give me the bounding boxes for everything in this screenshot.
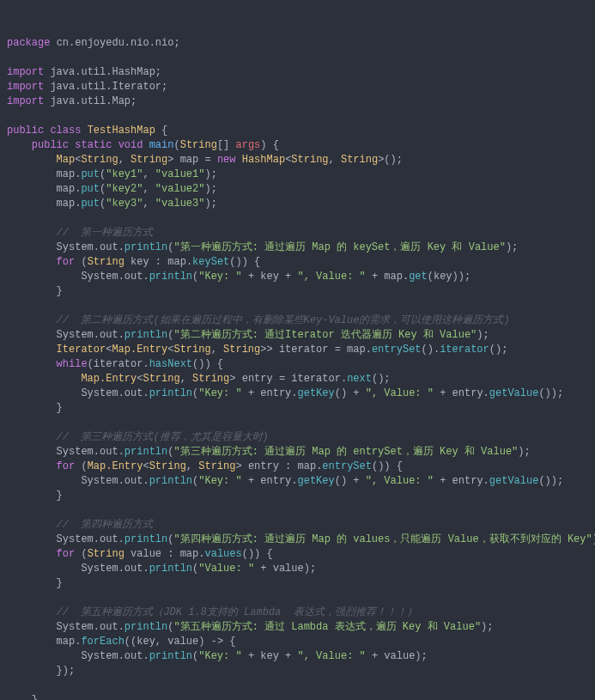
println-method: println — [149, 650, 192, 662]
key-var: key — [131, 256, 149, 268]
entry-var: entry — [452, 387, 483, 399]
map-var: map — [167, 256, 186, 268]
new-keyword: new — [217, 154, 236, 166]
import-keyword: import — [7, 95, 44, 107]
string-literal: "第一种遍历方式: 通过遍历 Map 的 keySet，遍历 Key 和 Val… — [173, 241, 505, 253]
string-literal: "Key: " — [198, 271, 241, 283]
string-type: String — [143, 373, 179, 385]
string-literal: "key1" — [106, 168, 143, 180]
entry-type: Map.Entry — [88, 460, 143, 472]
keyset-method: keySet — [192, 256, 229, 268]
println-method: println — [149, 387, 192, 399]
iterator-var: iterator — [94, 358, 143, 370]
comment: // 第五种遍历方式（JDK 1.8支持的 Lambda 表达式，强烈推荐！！！… — [57, 606, 417, 618]
entry-var: entry — [260, 387, 291, 399]
value-var: value — [273, 563, 304, 575]
entry-var: entry — [452, 475, 483, 487]
comment: // 第三种遍历方式(推荐，尤其是容量大时) — [57, 431, 269, 443]
string-type: String — [341, 154, 378, 166]
map-var: map — [57, 198, 76, 210]
string-type: String — [88, 548, 124, 560]
iterator-var: iterator — [291, 373, 341, 385]
entryset-method: entrySet — [372, 344, 422, 356]
value-var: value — [384, 650, 415, 662]
key-var: key — [260, 650, 279, 662]
import-path: java.util.HashMap — [50, 66, 155, 78]
map-var: map — [57, 636, 76, 648]
system-out: System.out — [57, 446, 118, 458]
import-path: java.util.Map — [50, 95, 131, 107]
println-method: println — [124, 446, 167, 458]
map-var: map — [57, 183, 76, 195]
get-method: get — [409, 271, 428, 283]
string-literal: "Key: " — [198, 475, 241, 487]
map-type: Map — [57, 154, 76, 166]
getvalue-method: getValue — [489, 475, 539, 487]
string-literal: ", Value: " — [366, 475, 434, 487]
string-literal: "Key: " — [198, 387, 241, 399]
println-method: println — [124, 241, 167, 253]
import-path: java.util.Iterator — [50, 81, 161, 93]
void-keyword: void — [118, 139, 143, 151]
import-keyword: import — [7, 81, 44, 93]
string-literal: "第五种遍历方式: 通过 Lambda 表达式，遍历 Key 和 Value" — [173, 621, 481, 633]
string-type: String — [173, 344, 210, 356]
println-method: println — [124, 329, 167, 341]
iterator-method: iterator — [440, 344, 489, 356]
string-type: String — [223, 344, 260, 356]
string-literal: "第三种遍历方式: 通过遍历 Map 的 entrySet，遍历 Key 和 V… — [173, 446, 518, 458]
entryset-method: entrySet — [322, 460, 372, 472]
string-literal: ", Value: " — [298, 650, 366, 662]
map-var: map — [57, 168, 76, 180]
foreach-method: forEach — [81, 636, 124, 648]
system-out: System.out — [57, 329, 118, 341]
getvalue-method: getValue — [489, 387, 539, 399]
for-keyword: for — [57, 256, 76, 268]
system-out: System.out — [81, 387, 143, 399]
println-method: println — [124, 621, 167, 633]
string-type: String — [131, 154, 167, 166]
string-type: String — [149, 460, 186, 472]
comment: // 第二种遍历方式(如果在遍历过程中，有删除某些Key-Value的需求，可以… — [57, 314, 510, 326]
system-out: System.out — [57, 533, 118, 545]
string-literal: "value1" — [155, 168, 205, 180]
static-keyword: static — [75, 139, 112, 151]
comment: // 第四种遍历方式 — [57, 519, 154, 531]
string-literal: "value3" — [155, 198, 205, 210]
key-var: key — [434, 271, 452, 283]
put-method: put — [81, 183, 100, 195]
map-var: map — [180, 154, 199, 166]
string-literal: "value2" — [155, 183, 205, 195]
public-keyword: public — [7, 125, 44, 137]
println-method: println — [149, 563, 192, 575]
system-out: System.out — [57, 241, 118, 253]
import-keyword: import — [7, 66, 44, 78]
println-method: println — [124, 533, 167, 545]
println-method: println — [149, 475, 192, 487]
key-var: key — [137, 636, 155, 648]
iterator-var: iterator — [279, 344, 329, 356]
println-method: println — [149, 271, 192, 283]
code-block: package cn.enjoyedu.nio.nio; import java… — [7, 36, 588, 700]
values-method: values — [204, 548, 241, 560]
value-var: value — [167, 636, 198, 648]
string-literal: "key3" — [106, 198, 143, 210]
iterator-type: Iterator — [57, 344, 106, 356]
string-literal: ", Value: " — [298, 271, 366, 283]
string-type: String — [291, 154, 328, 166]
string-type: String — [81, 154, 118, 166]
string-literal: "第二种遍历方式: 通过Iterator 迭代器遍历 Key 和 Value" — [173, 329, 477, 341]
getkey-method: getKey — [298, 475, 335, 487]
put-method: put — [81, 168, 100, 180]
for-keyword: for — [57, 548, 76, 560]
entry-var: entry — [260, 475, 291, 487]
package-keyword: package — [7, 37, 50, 49]
class-keyword: class — [50, 125, 81, 137]
put-method: put — [81, 198, 100, 210]
system-out: System.out — [81, 650, 143, 662]
hasnext-method: hasNext — [149, 358, 192, 370]
string-type: String — [198, 460, 235, 472]
system-out: System.out — [81, 563, 143, 575]
value-var: value — [131, 548, 161, 560]
args-param: args — [236, 139, 261, 151]
